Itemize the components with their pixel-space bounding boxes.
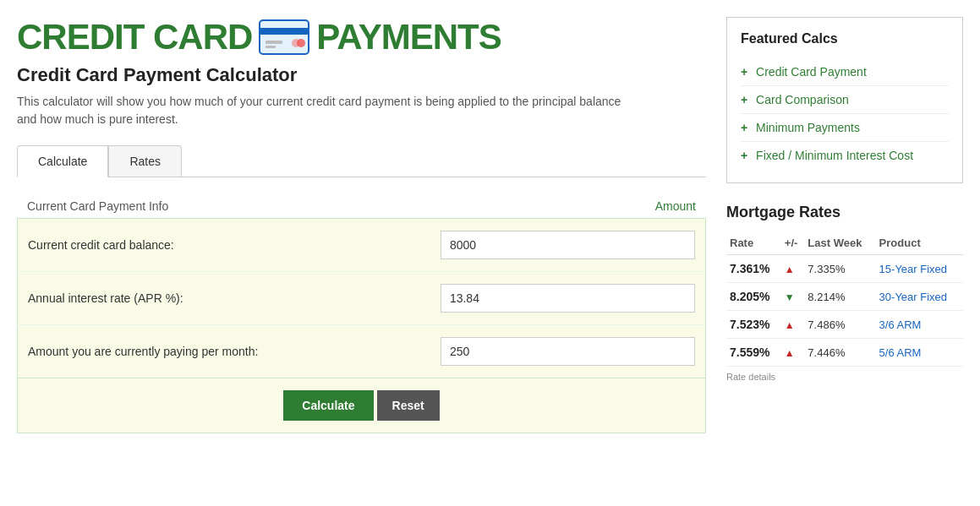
arrow-up-icon: ▲ [785, 264, 795, 275]
rate-direction: ▲ [781, 339, 805, 367]
amount-label: Amount [655, 199, 696, 213]
list-item: + Credit Card Payment [741, 58, 949, 86]
sidebar: Featured Calcs + Credit Card Payment + C… [726, 17, 963, 433]
rate-product: 5/6 ARM [876, 339, 963, 367]
plus-icon: + [741, 121, 747, 134]
rate-value: 7.559% [726, 339, 781, 367]
field-cell-apr [430, 272, 706, 325]
rates-row: 7.361% ▲ 7.335% 15-Year Fixed [726, 255, 963, 283]
balance-input[interactable] [441, 231, 695, 259]
rate-last-week: 7.335% [804, 255, 875, 283]
rates-row: 8.205% ▼ 8.214% 30-Year Fixed [726, 283, 963, 311]
rate-product-link[interactable]: 3/6 ARM [879, 318, 922, 331]
rates-row: 7.523% ▲ 7.486% 3/6 ARM [726, 311, 963, 339]
page-subtitle: Credit Card Payment Calculator [17, 64, 706, 86]
rate-direction: ▲ [781, 255, 805, 283]
rate-product: 30-Year Fixed [876, 283, 963, 311]
rates-header-row: Rate +/- Last Week Product [726, 231, 963, 255]
rate-product: 15-Year Fixed [876, 255, 963, 283]
rate-last-week: 8.214% [804, 283, 875, 311]
list-item: + Minimum Payments [741, 114, 949, 142]
apr-input[interactable] [441, 284, 695, 313]
arrow-down-icon: ▼ [785, 291, 795, 303]
featured-calcs-list: + Credit Card Payment + Card Comparison … [741, 58, 949, 169]
credit-card-icon [259, 19, 309, 55]
header-title-part1: CREDIT CARD [17, 17, 252, 57]
reset-button[interactable]: Reset [377, 390, 440, 421]
site-header: CREDIT CARD PAYMENTS [17, 17, 706, 57]
col-last-week: Last Week [804, 231, 875, 255]
tab-rates[interactable]: Rates [108, 145, 182, 177]
svg-rect-1 [260, 28, 309, 35]
rate-product-link[interactable]: 5/6 ARM [879, 346, 922, 359]
mortgage-rates-section: Mortgage Rates Rate +/- Last Week Produc… [726, 204, 963, 382]
section-label: Current Card Payment Info [27, 199, 168, 213]
table-row: Amount you are currently paying per mont… [18, 325, 706, 378]
page-wrapper: CREDIT CARD PAYMENTS Credit Card Payment… [0, 0, 980, 450]
col-change: +/- [781, 231, 805, 255]
svg-point-5 [297, 39, 305, 47]
main-content: CREDIT CARD PAYMENTS Credit Card Payment… [17, 17, 706, 433]
featured-link-card-comparison[interactable]: Card Comparison [756, 93, 849, 106]
rate-last-week: 7.486% [804, 311, 875, 339]
featured-link-minimum-payments[interactable]: Minimum Payments [756, 121, 860, 134]
table-row: Current credit card balance: [18, 219, 706, 272]
rate-direction: ▲ [781, 311, 805, 339]
field-cell-payment [430, 325, 706, 378]
page-description: This calculator will show you how much o… [17, 93, 643, 128]
svg-rect-3 [266, 46, 276, 48]
field-label-balance: Current credit card balance: [18, 219, 430, 272]
list-item: + Fixed / Minimum Interest Cost [741, 142, 949, 169]
header-title-part2: PAYMENTS [316, 17, 501, 57]
form-section-header: Current Card Payment Info Amount [17, 194, 706, 218]
svg-rect-2 [266, 41, 282, 44]
rate-product-link[interactable]: 30-Year Fixed [879, 291, 947, 303]
featured-link-credit-card[interactable]: Credit Card Payment [756, 65, 867, 79]
rate-details: Rate details [726, 372, 963, 382]
calculate-button[interactable]: Calculate [283, 390, 373, 421]
featured-link-fixed-minimum[interactable]: Fixed / Minimum Interest Cost [756, 149, 913, 162]
tab-calculate[interactable]: Calculate [17, 145, 108, 177]
table-row: Annual interest rate (APR %): [18, 272, 706, 325]
col-rate: Rate [726, 231, 781, 255]
calculator-form: Current credit card balance: Annual inte… [17, 218, 706, 378]
plus-icon: + [741, 149, 747, 162]
rate-direction: ▼ [781, 283, 805, 311]
field-label-apr: Annual interest rate (APR %): [18, 272, 430, 325]
payment-input[interactable] [441, 337, 695, 366]
list-item: + Card Comparison [741, 86, 949, 114]
rate-product: 3/6 ARM [876, 311, 963, 339]
rate-value: 7.361% [726, 255, 781, 283]
rate-value: 8.205% [726, 283, 781, 311]
field-label-payment: Amount you are currently paying per mont… [18, 325, 430, 378]
featured-calcs-title: Featured Calcs [741, 31, 949, 46]
col-product: Product [876, 231, 963, 255]
rates-table: Rate +/- Last Week Product 7.361% ▲ 7.33… [726, 231, 963, 367]
featured-calcs-box: Featured Calcs + Credit Card Payment + C… [726, 17, 963, 183]
tabs-container: Calculate Rates [17, 145, 706, 177]
button-row: Calculate Reset [17, 378, 706, 433]
rate-last-week: 7.446% [804, 339, 875, 367]
svg-rect-0 [260, 20, 309, 54]
mortgage-rates-title: Mortgage Rates [726, 204, 963, 221]
rate-value: 7.523% [726, 311, 781, 339]
rates-row: 7.559% ▲ 7.446% 5/6 ARM [726, 339, 963, 367]
plus-icon: + [741, 65, 747, 79]
plus-icon: + [741, 93, 747, 106]
field-cell-balance [430, 219, 706, 272]
arrow-up-icon: ▲ [785, 319, 795, 331]
rate-product-link[interactable]: 15-Year Fixed [879, 263, 947, 275]
arrow-up-icon: ▲ [785, 347, 795, 359]
